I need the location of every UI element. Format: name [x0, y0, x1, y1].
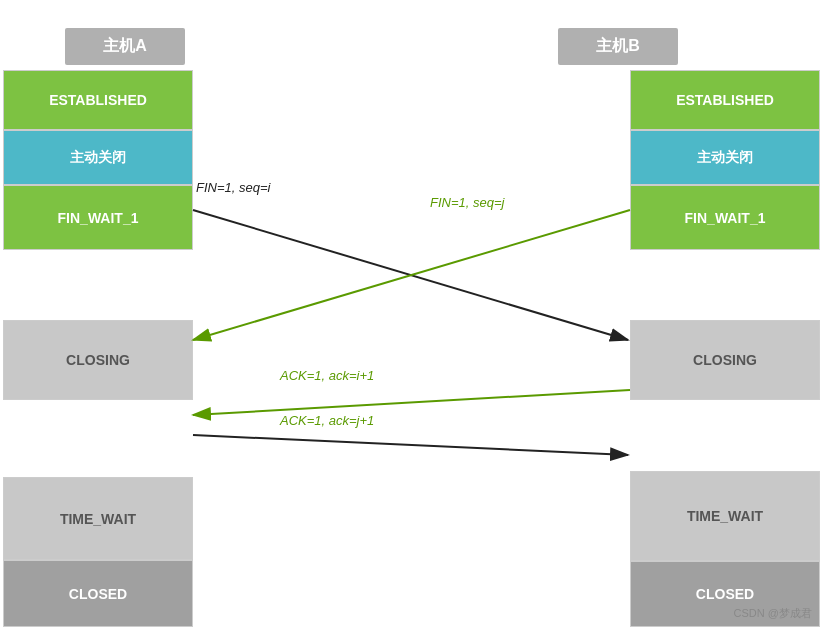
svg-line-2 [193, 210, 628, 340]
established-b: ESTABLISHED [630, 70, 820, 130]
closed-a: CLOSED [3, 560, 193, 627]
fin-wait1-a: FIN_WAIT_1 [3, 185, 193, 250]
svg-line-3 [193, 210, 630, 340]
active-close-a: 主动关闭 [3, 130, 193, 185]
label-ack-a: ACK=1, ack=j+1 [280, 413, 374, 428]
closing-a: CLOSING [3, 320, 193, 400]
host-a-label: 主机A [65, 28, 185, 65]
time-wait-a: TIME_WAIT [3, 477, 193, 560]
svg-line-4 [193, 390, 630, 415]
label-ack-b: ACK=1, ack=i+1 [280, 368, 374, 383]
established-a: ESTABLISHED [3, 70, 193, 130]
host-b-label: 主机B [558, 28, 678, 65]
fin-wait1-b: FIN_WAIT_1 [630, 185, 820, 250]
svg-line-5 [193, 435, 628, 455]
label-fin-b: FIN=1, seq=j [430, 195, 504, 210]
active-close-b: 主动关闭 [630, 130, 820, 185]
diagram-container: 主机A 主机B ESTABLISHED 主动关闭 FIN_WAIT_1 CLOS… [0, 0, 824, 629]
watermark: CSDN @梦成君 [734, 606, 812, 621]
label-fin-a: FIN=1, seq=i [196, 180, 270, 195]
closing-b: CLOSING [630, 320, 820, 400]
time-wait-b: TIME_WAIT [630, 471, 820, 561]
